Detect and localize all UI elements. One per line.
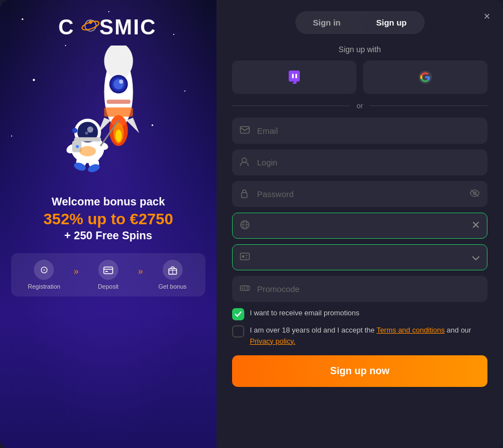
svg-point-15 [115, 129, 122, 142]
country-clear-icon[interactable] [472, 221, 480, 231]
svg-rect-55 [240, 253, 249, 260]
login-input[interactable] [232, 149, 487, 175]
terms-row: I am over 18 years old and I accept the … [232, 325, 487, 346]
country-group [232, 213, 487, 239]
signup-tab[interactable]: Sign up [361, 13, 422, 32]
rocket-astronaut-svg [47, 46, 169, 190]
bonus-section: Welcome bonus pack 352% up to €2750 + 25… [43, 195, 173, 242]
divider-line-right [370, 105, 487, 106]
promocode-group [232, 276, 487, 302]
svg-text:SMIC: SMIC [99, 16, 157, 39]
svg-rect-17 [107, 100, 130, 104]
terms-link[interactable]: Terms and conditions [376, 326, 445, 334]
illustration-area [47, 46, 169, 190]
step-registration-label: Registration [28, 283, 61, 290]
privacy-link[interactable]: Privacy policy. [250, 337, 295, 345]
close-button[interactable]: × [479, 8, 495, 24]
svg-rect-23 [74, 137, 101, 141]
step-deposit-label: Deposit [98, 283, 118, 290]
login-group [232, 149, 487, 175]
email-group [232, 118, 487, 144]
email-promotions-label: I want to receive email promotions [250, 308, 359, 319]
step-bonus-label: Get bonus [158, 283, 187, 290]
svg-text:C: C [58, 16, 74, 39]
svg-point-60 [242, 287, 244, 289]
google-button[interactable] [363, 61, 487, 94]
svg-rect-38 [289, 71, 300, 82]
svg-point-33 [79, 146, 96, 157]
eye-slash-icon[interactable] [470, 189, 480, 199]
deposit-icon [98, 260, 118, 280]
email-promotions-checkbox[interactable] [232, 308, 244, 320]
step-deposit: Deposit [80, 260, 137, 290]
social-buttons [232, 61, 487, 94]
registration-icon: ⊙ [34, 260, 54, 280]
svg-rect-16 [104, 107, 133, 117]
password-group [232, 181, 487, 207]
or-text: or [356, 102, 363, 110]
svg-rect-35 [104, 267, 113, 274]
svg-marker-41 [292, 82, 296, 84]
step-bonus: Get bonus [144, 260, 201, 290]
modal: C SMIC [0, 0, 503, 448]
bonus-title: Welcome bonus pack [43, 195, 173, 208]
promocode-icon [240, 283, 250, 295]
arrow-1: » [74, 266, 79, 283]
svg-point-3 [89, 21, 92, 24]
bonus-spins: + 250 Free Spins [43, 229, 173, 242]
twitch-button[interactable] [232, 61, 356, 94]
terms-checkbox[interactable] [232, 325, 244, 338]
promocode-input[interactable] [232, 276, 487, 302]
bonus-icon [163, 260, 183, 280]
google-icon [418, 69, 433, 85]
svg-point-44 [242, 158, 247, 162]
steps-bar: ⊙ Registration » Deposit » [11, 253, 205, 296]
terms-label: I am over 18 years old and I accept the … [250, 325, 487, 346]
svg-rect-39 [292, 74, 294, 78]
divider-line-left [232, 105, 350, 106]
user-icon [240, 157, 249, 168]
currency-select[interactable]: EUR USD BTC [232, 244, 487, 270]
right-panel: × Sign in Sign up Sign up with [217, 0, 503, 448]
svg-rect-43 [240, 127, 249, 133]
arrow-2: » [138, 266, 143, 283]
step-registration: ⊙ Registration [16, 260, 73, 290]
svg-point-21 [87, 127, 93, 133]
auth-tabs: Sign in Sign up [295, 11, 425, 34]
password-input[interactable] [232, 181, 487, 207]
signup-button[interactable]: Sign up now [232, 355, 487, 387]
logo-svg: C SMIC [58, 13, 158, 40]
twitch-icon [286, 69, 302, 85]
svg-rect-56 [242, 255, 244, 258]
svg-rect-36 [105, 271, 108, 272]
svg-point-22 [85, 132, 88, 135]
lock-icon [240, 188, 249, 200]
svg-point-32 [76, 145, 79, 148]
svg-point-34 [72, 128, 77, 133]
or-divider: or [232, 102, 487, 110]
email-input[interactable] [232, 118, 487, 144]
signup-with-label: Sign up with [232, 45, 487, 54]
svg-rect-40 [295, 74, 297, 78]
email-promotions-row: I want to receive email promotions [232, 308, 487, 320]
globe-icon [240, 220, 250, 232]
bonus-amount: 352% up to €2750 [43, 210, 173, 228]
left-panel: C SMIC [0, 0, 217, 448]
logo: C SMIC [58, 13, 158, 40]
svg-point-10 [119, 79, 123, 83]
signin-tab[interactable]: Sign in [298, 13, 356, 32]
email-icon [240, 126, 250, 136]
currency-group: EUR USD BTC [232, 244, 487, 270]
currency-icon [240, 253, 250, 263]
country-input[interactable] [232, 213, 487, 239]
svg-rect-45 [242, 193, 247, 198]
svg-marker-12 [127, 118, 139, 133]
